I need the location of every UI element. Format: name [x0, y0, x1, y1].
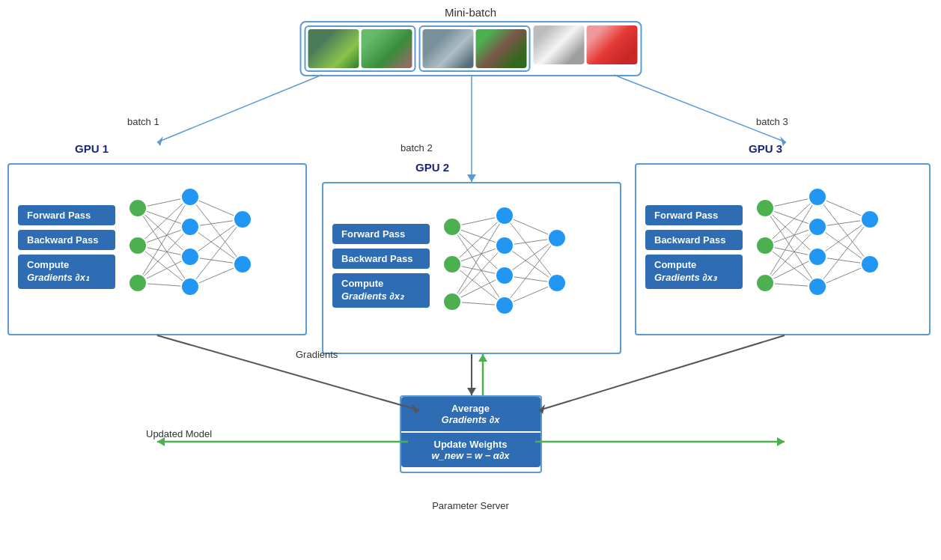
gpu1-neural-net	[123, 178, 272, 320]
gpu3-label: GPU 3	[749, 142, 782, 155]
param-server-box: Average Gradients ∂x Update Weights w_ne…	[400, 395, 542, 473]
gpu2-compute-gradients: Compute Gradients ∂x₂	[332, 273, 430, 308]
svg-point-22	[129, 274, 147, 292]
svg-point-86	[861, 255, 879, 273]
gpu1-buttons: Forward Pass Backward Pass Compute Gradi…	[18, 205, 115, 293]
svg-point-23	[181, 188, 199, 206]
svg-marker-100	[478, 354, 487, 362]
svg-line-91	[614, 75, 786, 142]
gpu3-forward-pass: Forward Pass	[645, 205, 743, 225]
svg-point-79	[756, 237, 774, 255]
svg-point-53	[496, 237, 514, 255]
svg-point-78	[756, 199, 774, 217]
svg-marker-98	[467, 388, 476, 395]
param-server-label: Parameter Server	[432, 500, 509, 511]
batch1-group	[304, 25, 415, 72]
gpu3-buttons: Forward Pass Backward Pass Compute Gradi…	[645, 205, 743, 293]
svg-marker-88	[157, 136, 163, 146]
gpu3-box: Forward Pass Backward Pass Compute Gradi…	[635, 163, 931, 335]
svg-point-81	[808, 188, 826, 206]
batch1-img1	[308, 29, 359, 68]
avg-gradients-btn: Average Gradients ∂x	[401, 397, 540, 431]
svg-point-80	[756, 274, 774, 292]
batch2-img1	[422, 29, 473, 68]
svg-point-52	[496, 207, 514, 225]
svg-point-26	[181, 278, 199, 296]
gpu2-buttons: Forward Pass Backward Pass Compute Gradi…	[332, 224, 430, 312]
svg-point-56	[548, 229, 566, 247]
svg-point-28	[234, 255, 252, 273]
gpu1-compute-gradients: Compute Gradients ∂x₁	[18, 255, 115, 289]
svg-point-85	[861, 210, 879, 228]
gradients-label: Gradients	[296, 349, 338, 360]
svg-point-21	[129, 237, 147, 255]
svg-point-51	[443, 293, 461, 311]
gpu2-neural-net	[437, 197, 587, 339]
svg-marker-104	[777, 437, 785, 446]
svg-point-84	[808, 278, 826, 296]
svg-point-54	[496, 267, 514, 284]
gpu1-forward-pass: Forward Pass	[18, 205, 115, 225]
batch2-group	[418, 25, 530, 72]
gpu3-backward-pass: Backward Pass	[645, 230, 743, 250]
svg-point-27	[234, 210, 252, 228]
gpu2-backward-pass: Backward Pass	[332, 249, 430, 269]
batch1-label: batch 1	[127, 116, 159, 127]
minibatch-label: Mini-batch	[445, 6, 496, 19]
batch2-img2	[475, 29, 526, 68]
batch3-img1	[533, 25, 584, 64]
gpu1-box: Forward Pass Backward Pass Compute Gradi…	[7, 163, 307, 335]
gpu3-neural-net	[750, 178, 900, 320]
svg-point-83	[808, 248, 826, 266]
gpu2-forward-pass: Forward Pass	[332, 224, 430, 244]
gpu1-label: GPU 1	[75, 142, 109, 155]
svg-line-87	[157, 75, 322, 142]
svg-point-82	[808, 218, 826, 236]
svg-marker-90	[467, 174, 476, 182]
updated-model-label: Updated Model	[146, 428, 212, 439]
svg-point-20	[129, 199, 147, 217]
batch1-img2	[361, 29, 412, 68]
svg-point-57	[548, 274, 566, 292]
svg-point-55	[496, 296, 514, 314]
svg-point-24	[181, 218, 199, 236]
gpu1-backward-pass: Backward Pass	[18, 230, 115, 250]
gpu3-compute-gradients: Compute Gradients ∂x₃	[645, 255, 743, 289]
update-weights-btn: Update Weights w_new = w − α∂x	[401, 433, 540, 467]
batch3-label: batch 3	[756, 116, 788, 127]
svg-point-50	[443, 255, 461, 273]
svg-point-25	[181, 248, 199, 266]
batch2-label: batch 2	[401, 142, 433, 153]
batch3-img2	[586, 25, 637, 64]
gpu2-label: GPU 2	[415, 161, 449, 174]
svg-point-49	[443, 218, 461, 236]
gpu2-box: Forward Pass Backward Pass Compute Gradi…	[322, 182, 621, 354]
minibatch-strip	[299, 21, 642, 76]
